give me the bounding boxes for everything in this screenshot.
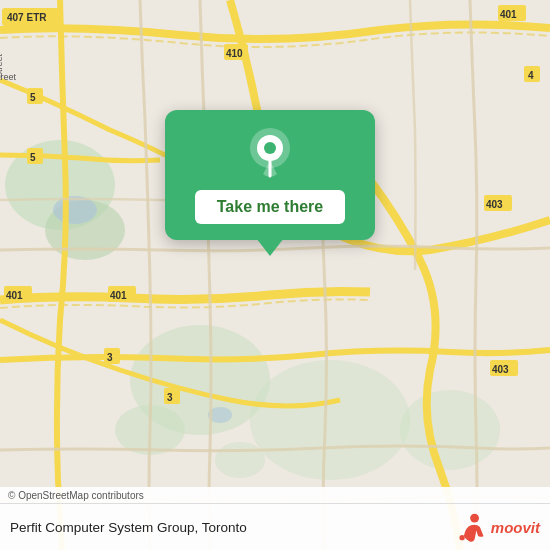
svg-point-5 bbox=[400, 390, 500, 470]
svg-text:403: 403 bbox=[492, 364, 509, 375]
moovit-logo: moovit bbox=[455, 511, 540, 543]
pin-icon-container bbox=[244, 128, 296, 180]
location-bar: Perfit Computer System Group, Toronto mo… bbox=[0, 504, 550, 550]
svg-point-40 bbox=[470, 514, 479, 523]
svg-point-38 bbox=[264, 142, 276, 154]
svg-text:410: 410 bbox=[226, 48, 243, 59]
map-background: 407 ETR 5 5 410 4 401 403 403 401 401 3 bbox=[0, 0, 550, 550]
attribution: © OpenStreetMap contributors bbox=[0, 487, 550, 504]
take-me-there-button[interactable]: Take me there bbox=[195, 190, 345, 224]
svg-text:401: 401 bbox=[6, 290, 23, 301]
svg-text:Street: Street bbox=[0, 72, 17, 82]
svg-text:403: 403 bbox=[486, 199, 503, 210]
svg-text:5: 5 bbox=[30, 92, 36, 103]
map-pin-icon bbox=[248, 128, 292, 180]
svg-text:3: 3 bbox=[107, 352, 113, 363]
svg-text:401: 401 bbox=[500, 9, 517, 20]
svg-point-41 bbox=[459, 535, 464, 540]
svg-point-7 bbox=[215, 442, 265, 478]
popup-card: Take me there bbox=[165, 110, 375, 240]
svg-rect-0 bbox=[0, 0, 550, 550]
moovit-label: moovit bbox=[491, 519, 540, 536]
map-container: 407 ETR 5 5 410 4 401 403 403 401 401 3 bbox=[0, 0, 550, 550]
moovit-icon-svg bbox=[455, 511, 487, 543]
bottom-bar: © OpenStreetMap contributors Perfit Comp… bbox=[0, 487, 550, 550]
svg-text:407 ETR: 407 ETR bbox=[7, 12, 47, 23]
svg-text:401: 401 bbox=[110, 290, 127, 301]
svg-text:4: 4 bbox=[528, 70, 534, 81]
svg-text:3: 3 bbox=[167, 392, 173, 403]
svg-point-4 bbox=[250, 360, 410, 480]
svg-text:5: 5 bbox=[30, 152, 36, 163]
location-text: Perfit Computer System Group, Toronto bbox=[10, 520, 247, 535]
